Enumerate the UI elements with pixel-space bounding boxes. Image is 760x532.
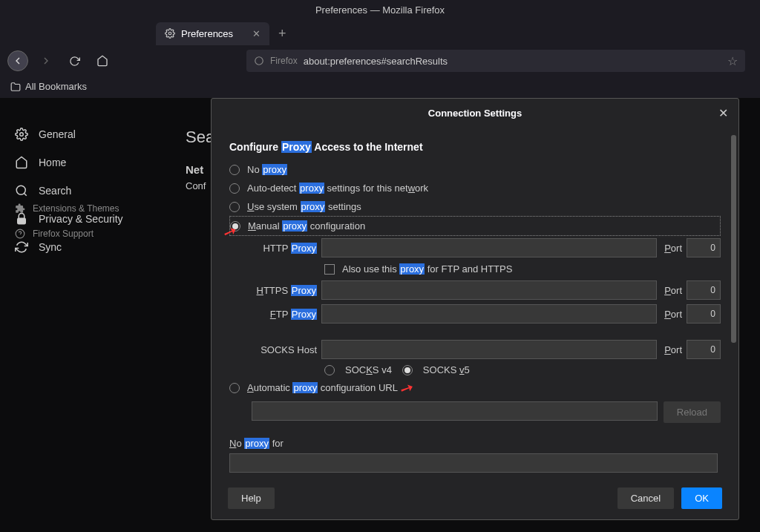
also-use-checkbox-row[interactable]: Also use this proxy for FTP and HTTPS [229, 260, 721, 278]
url-bar[interactable]: Firefox about:preferences#searchResults … [246, 50, 745, 72]
gear-icon [165, 28, 175, 39]
reload-button[interactable]: Reload [664, 401, 721, 423]
autoconfig-url-row: Reload [229, 397, 721, 427]
field-label: SOCKS Host [250, 344, 317, 355]
bookmarks-label[interactable]: All Bookmarks [25, 81, 87, 92]
new-tab-button[interactable]: + [278, 26, 286, 42]
https-proxy-input[interactable] [321, 280, 657, 300]
bookmark-star-icon[interactable]: ☆ [727, 54, 738, 68]
sidebar-item-support[interactable]: Firefox Support [15, 221, 119, 246]
checkbox-label: Also use this proxy for FTP and HTTPS [342, 263, 512, 275]
http-proxy-input[interactable] [321, 238, 657, 257]
cancel-button[interactable]: Cancel [618, 487, 674, 509]
radio-socks-v4[interactable] [324, 365, 335, 375]
radio-icon [229, 165, 240, 175]
field-label: No proxy for [229, 438, 284, 449]
svg-point-1 [255, 57, 263, 65]
svg-point-0 [168, 32, 171, 35]
puzzle-icon [15, 203, 25, 214]
no-proxy-for-input[interactable] [229, 453, 718, 473]
https-proxy-row: HTTPS Proxy Port [229, 278, 721, 302]
https-port-input[interactable] [687, 280, 721, 300]
radio-label: SOCKS v5 [423, 364, 470, 375]
svg-point-2 [20, 133, 24, 137]
help-button[interactable]: Help [228, 487, 275, 509]
socks-host-row: SOCKS Host Port [229, 338, 721, 361]
checkbox-icon [324, 264, 335, 275]
tab-label: Preferences [181, 28, 233, 39]
ftp-port-input[interactable] [687, 304, 721, 324]
scrollbar-thumb[interactable] [731, 135, 736, 343]
sidebar-item-extensions[interactable]: Extensions & Themes [15, 196, 119, 221]
sidebar-item-general[interactable]: General [15, 120, 171, 148]
sidebar-item-label: Home [39, 157, 66, 168]
socks-port-input[interactable] [687, 340, 721, 359]
sidebar-item-home[interactable]: Home [15, 148, 171, 177]
modal-body: Configure Proxy Access to the Internet N… [212, 128, 738, 477]
radio-icon [229, 202, 240, 212]
autoconfig-url-input[interactable] [252, 401, 658, 421]
radio-label: Use system proxy settings [247, 201, 361, 212]
port-label: Port [661, 285, 682, 296]
reload-button[interactable] [64, 50, 85, 71]
url-prefix: Firefox [270, 56, 298, 66]
section-heading: Configure Proxy Access to the Internet [229, 141, 721, 153]
forward-button[interactable] [36, 50, 56, 71]
nav-toolbar: Firefox about:preferences#searchResults … [0, 47, 760, 75]
ftp-proxy-input[interactable] [321, 304, 657, 324]
radio-manual-proxy[interactable]: Manual proxy configuration [229, 216, 721, 236]
bookmarks-bar: All Bookmarks [0, 75, 760, 98]
http-port-input[interactable] [687, 238, 721, 257]
gear-icon [15, 128, 28, 141]
svg-point-3 [16, 185, 25, 194]
folder-icon [10, 82, 21, 92]
radio-label: No proxy [247, 164, 287, 175]
radio-icon [229, 383, 240, 393]
ok-button[interactable]: OK [681, 487, 722, 509]
radio-auto-detect[interactable]: Auto-detect proxy settings for this netw… [229, 179, 721, 197]
tab-bar: Preferences ✕ + [0, 20, 760, 47]
radio-no-proxy[interactable]: No proxy [229, 160, 721, 179]
home-button[interactable] [92, 50, 113, 71]
radio-label: Automatic proxy configuration URL [247, 382, 398, 393]
radio-system-proxy[interactable]: Use system proxy settings [229, 197, 721, 216]
firefox-icon [254, 56, 264, 66]
port-label: Port [661, 243, 682, 254]
radio-icon [229, 183, 240, 194]
no-proxy-for-row: No proxy for [229, 427, 721, 473]
sidebar-item-label: General [39, 128, 76, 140]
url-text: about:preferences#searchResults [304, 56, 448, 67]
scrollbar[interactable] [731, 135, 736, 470]
socks-version-row: SOCKS v4 SOCKS v5 [229, 361, 721, 378]
help-icon [15, 229, 25, 239]
connection-settings-modal: Connection Settings ✕ Configure Proxy Ac… [211, 98, 739, 520]
port-label: Port [661, 309, 682, 320]
radio-icon [230, 221, 240, 231]
field-label: FTP Proxy [250, 309, 317, 320]
preferences-sidebar: General Home Search Privacy & Security S… [0, 98, 186, 261]
modal-title: Connection Settings [428, 108, 522, 119]
radio-socks-v5[interactable] [402, 365, 413, 375]
radio-label: Auto-detect proxy settings for this netw… [247, 183, 428, 194]
socks-host-input[interactable] [321, 340, 657, 359]
port-label: Port [661, 344, 682, 355]
sidebar-item-label: Extensions & Themes [33, 203, 119, 214]
field-label: HTTPS Proxy [250, 285, 317, 296]
tab-preferences[interactable]: Preferences ✕ [156, 22, 269, 45]
radio-label: SOCKS v4 [345, 364, 392, 375]
modal-header: Connection Settings ✕ [212, 99, 738, 128]
home-icon [15, 156, 28, 169]
radio-label: Manual proxy configuration [248, 220, 365, 231]
window-title: Preferences — Mozilla Firefox [0, 0, 760, 20]
http-proxy-row: HTTP Proxy Port [229, 236, 721, 260]
modal-footer: Help Cancel OK [212, 477, 738, 519]
radio-auto-config-url[interactable]: Automatic proxy configuration URL [229, 378, 721, 397]
close-tab-icon[interactable]: ✕ [252, 28, 261, 39]
close-icon[interactable]: ✕ [718, 106, 728, 120]
back-button[interactable] [7, 50, 28, 71]
field-label: HTTP Proxy [250, 243, 317, 254]
ftp-proxy-row: FTP Proxy Port [229, 302, 721, 326]
sidebar-item-label: Search [39, 185, 71, 197]
sidebar-item-label: Firefox Support [33, 229, 94, 239]
